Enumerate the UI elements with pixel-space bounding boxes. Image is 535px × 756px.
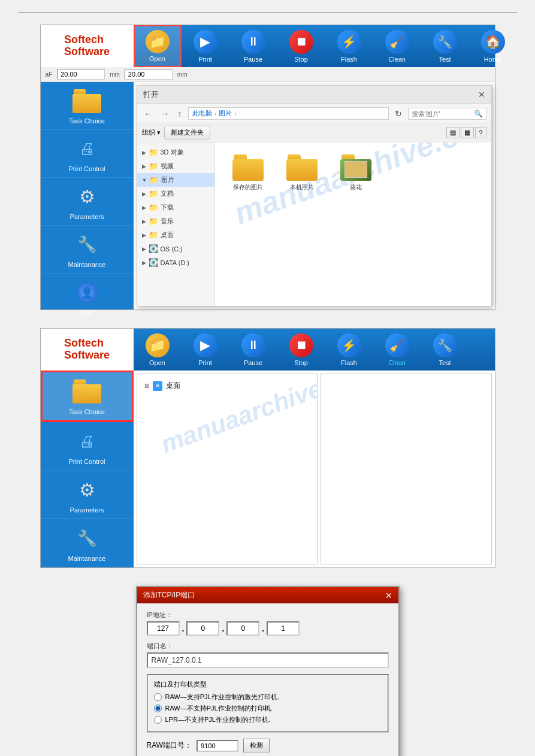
tree-datadrive[interactable]: ▶ 💽 DATA (D:) [137,256,214,269]
sidebar-quit-icon-1: 👤 [72,278,101,306]
tcp-raw-port-row: RAW端口号： 检测 [147,739,389,752]
logo-1: SoftechSoftware [41,25,134,67]
search-input-1[interactable] [412,110,471,117]
tree-pictures[interactable]: ▼ 📁 图片 [137,173,214,187]
sidebar-item-task-choice-1[interactable]: Task Choice [41,82,134,130]
open-label-1: Open [149,55,165,62]
tcp-radio-row-2: LPR—不支持PJL作业控制的打印机. [154,715,382,724]
sidebar-item-parameters-1[interactable]: ⚙ Parameters [41,178,134,226]
sidebar-gear-icon-1: ⚙ [72,183,101,211]
test-button-2[interactable]: 🔧 Test [421,329,469,371]
view-btn-1[interactable]: ▤ [446,127,460,138]
home-button-1[interactable]: 🏠 Home [469,25,517,67]
tcp-body: IP地址： . . . 端口名： RAW_127.0.0.1 [137,603,398,756]
new-folder-btn[interactable]: 新建文件夹 [164,126,210,139]
dialog-close-btn-1[interactable]: ✕ [478,90,485,99]
open-button-2[interactable]: 📁 Open [134,329,182,371]
sidebar-item-task-choice-2[interactable]: Task Choice [41,371,134,422]
pause-button-2[interactable]: ⏸ Pause [229,329,277,371]
tree-desktop[interactable]: ▶ 📁 桌面 [137,228,214,242]
input-sep-2: mm [177,71,188,78]
file-item-local-photos[interactable]: 本机照片 [281,154,323,192]
app-window-1: SoftechSoftware 📁 Open ▶ Print ⏸ [40,25,495,310]
print-button-1[interactable]: ▶ Print [182,25,229,67]
tcp-raw-port-input[interactable] [197,740,238,752]
input-field-2[interactable] [125,69,173,80]
sidebar-parameters-label-2: Parameters [70,506,104,514]
clean-label-1: Clean [388,56,406,63]
dialog-content-1: manuaarchive.com 保存的图片 [215,142,491,306]
sidebar-item-print-control-1[interactable]: 🖨 Print Control [41,130,134,178]
sidebar-item-print-control-2[interactable]: 🖨 Print Control [41,422,134,470]
print-label-2: Print [198,359,212,366]
sidebar-item-quit-1[interactable]: 👤 Quit [41,274,134,321]
app-window-2: SoftechSoftware 📁 Open ▶ Print ⏸ Pause [40,328,495,568]
test-button-1[interactable]: 🔧 Test [421,25,469,67]
tcp-radio-1[interactable] [154,705,162,712]
tree-docs[interactable]: ▶ 📁 文档 [137,187,214,201]
tcp-radio-label-1: RAW—不支持PJL作业控制的打印机. [165,704,273,713]
sidebar-print-icon-1: 🖨 [72,135,101,163]
tcp-ip-1[interactable] [147,621,180,636]
file-item-sunflower[interactable]: 葵花 [335,154,377,192]
tree-panel-2: manuaarchive.com ⊞ 🖥 桌面 [137,374,318,564]
tcp-radio-0[interactable] [154,693,162,701]
stop-icon-2: ⏹ [289,333,313,357]
clean-button-1[interactable]: 🧹 Clean [373,25,421,67]
tcp-close-btn[interactable]: ✕ [385,591,392,600]
clean-label-2: Clean [388,359,406,366]
tree-root-desktop[interactable]: ⊞ 🖥 桌面 [142,379,312,393]
home-icon-1: 🏠 [481,30,505,54]
open-button-1[interactable]: 📁 Open [134,25,182,67]
breadcrumb-pc[interactable]: 此电脑 [192,109,212,118]
tcp-radio-label-0: RAW—支持PJL作业控制的激光打印机. [165,693,279,702]
nav-fwd-btn[interactable]: → [159,108,172,120]
sidebar-item-maintanance-2[interactable]: 🔧 Maintanance [41,519,134,567]
tcp-ip-4[interactable] [267,621,300,636]
pause-button-1[interactable]: ⏸ Pause [229,25,277,67]
open-icon-2: 📁 [146,333,170,357]
breadcrumb-pictures[interactable]: 图片 [219,109,232,118]
view-btn-3[interactable]: ? [475,127,486,138]
flash-button-2[interactable]: ⚡ Flash [325,329,373,371]
app-section-2: SoftechSoftware 📁 Open ▶ Print ⏸ Pause [18,328,517,568]
tcp-ip-2[interactable] [186,621,219,636]
tree-osdrive[interactable]: ▶ 💽 OS (C:) [137,242,214,256]
tcp-portname-label: 端口名： [147,642,389,651]
sidebar-maintanance-label-1: Maintanance [68,261,106,268]
stop-button-1[interactable]: ⏹ Stop [277,25,325,67]
print-button-2[interactable]: ▶ Print [182,329,229,371]
pause-label-2: Pause [244,359,262,366]
tcp-ip-inputs: . . . [147,621,389,636]
tcp-printer-type-group: 端口及打印机类型 RAW—支持PJL作业控制的激光打印机. RAW—不支持PJL… [147,674,389,733]
input-sep: mm [110,71,120,78]
file-label-sunflower: 葵花 [350,183,362,192]
tree-downloads[interactable]: ▶ 📁 下载 [137,201,214,214]
tcp-detect-btn[interactable]: 检测 [243,739,270,752]
tree-desktop-label: 桌面 [166,381,180,391]
sidebar-item-maintanance-1[interactable]: 🔧 Maintanance [41,226,134,274]
tree-music[interactable]: ▶ 📁 音乐 [137,214,214,228]
test-icon-1: 🔧 [433,30,457,54]
nav-refresh-btn[interactable]: ↻ [392,108,404,120]
input-field-1[interactable] [57,69,105,80]
stop-button-2[interactable]: ⏹ Stop [277,329,325,371]
nav-up-btn[interactable]: ↑ [176,108,185,120]
test-icon-2: 🔧 [433,333,457,357]
tcp-portname-row: 端口名： RAW_127.0.0.1 [147,642,389,668]
main-area-2: Task Choice 🖨 Print Control ⚙ Parameters [41,371,495,567]
tcp-ip-3[interactable] [226,621,259,636]
print-icon-2: ▶ [194,333,217,357]
clean-button-2[interactable]: 🧹 Clean [373,329,421,371]
folder-icon-sunflower [340,154,371,181]
view-btn-2[interactable]: ▦ [461,127,474,138]
flash-button-1[interactable]: ⚡ Flash [325,25,373,67]
tree-3d[interactable]: ▶ 📁 3D 对象 [137,145,214,159]
flash-label-1: Flash [341,56,357,63]
sidebar-item-parameters-2[interactable]: ⚙ Parameters [41,470,134,519]
nav-back-btn[interactable]: ← [142,108,155,120]
tree-video[interactable]: ▶ 📁 视频 [137,159,214,173]
file-item-saved-photos[interactable]: 保存的图片 [227,154,269,192]
folder-icon-local [286,154,318,181]
tcp-radio-2[interactable] [154,716,162,724]
